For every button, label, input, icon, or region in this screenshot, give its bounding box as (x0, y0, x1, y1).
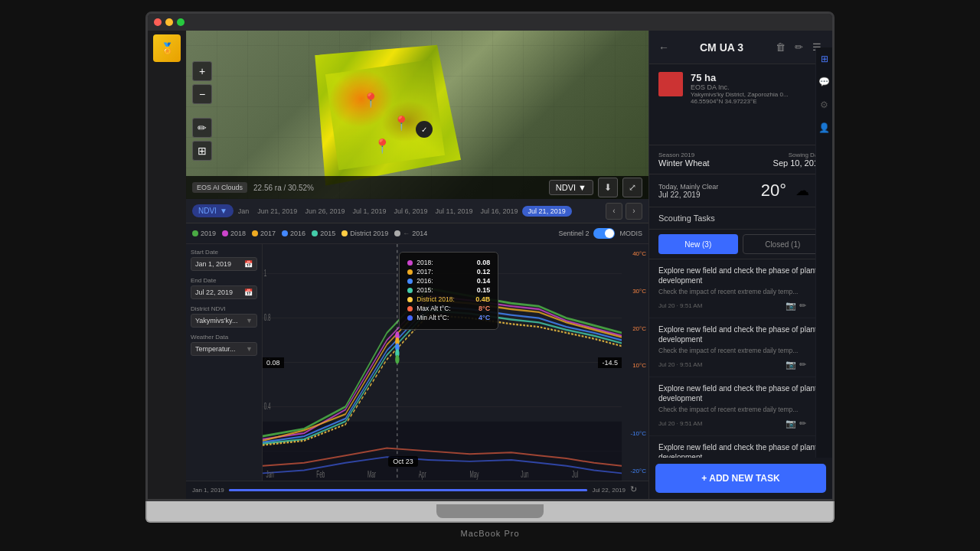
task-footer-2: Jul 20 · 9:51 AM 📷 ✏ ⋮ (658, 358, 823, 370)
tab-new[interactable]: New (3) (658, 234, 738, 254)
svg-text:Mar: Mar (368, 468, 376, 479)
refresh-btn[interactable]: ↻ (630, 484, 642, 497)
layers-btn[interactable]: ⊞ (192, 141, 212, 161)
timeline-date-1[interactable]: Jan (234, 207, 254, 215)
map-pin-check[interactable]: ✓ (416, 121, 433, 138)
field-info-row: 75 ha EOS DA Inc. Yakymivs'ky District, … (649, 64, 832, 145)
slider-track[interactable] (229, 489, 588, 491)
field-org: EOS DA Inc. (691, 83, 806, 91)
timeline-dates: Jan Jun 21, 2019 Jun 26, 2019 Jul 1, 201… (234, 206, 599, 217)
tooltip-row-district: District 2018: 0.4B (407, 295, 490, 303)
svg-text:Jul: Jul (572, 468, 578, 479)
weather-data-input[interactable]: Temperatur... ▼ (191, 342, 257, 356)
task-edit-icon-3[interactable]: ✏ (799, 419, 806, 429)
laptop-container: 🏅 📍 📍 📍 (0, 0, 980, 551)
close-window-btn[interactable] (154, 18, 162, 26)
weather-info: Today, Mainly Clear Jul 22, 2019 (658, 183, 755, 199)
strip-layers-icon[interactable]: ⊞ (821, 54, 828, 64)
timeline-date-2[interactable]: Jun 21, 2019 (253, 207, 301, 215)
map-pin-1[interactable]: 📍 (362, 92, 379, 109)
timeline-date-3[interactable]: Jun 26, 2019 (301, 207, 348, 215)
legend-dot-2014 (394, 230, 400, 236)
task-item-4: Explore new field and check the phase of… (649, 436, 832, 458)
app-logo: 🏅 (153, 34, 181, 62)
map-view: 📍 📍 📍 ✓ + − ✏ ⊞ (186, 31, 648, 199)
start-date-input[interactable]: Jan 1, 2019 📅 (191, 257, 257, 271)
timeline-nav: ‹ › (599, 203, 648, 220)
zoom-out-btn[interactable]: − (192, 84, 212, 104)
start-date-group: Start Date Jan 1, 2019 📅 (191, 249, 257, 271)
download-btn[interactable]: ⬇ (598, 178, 618, 197)
weather-data-label: Weather Data (191, 334, 257, 341)
task-desc-2: Check the impact of recent extreme daily… (658, 347, 823, 355)
maximize-window-btn[interactable] (177, 18, 185, 26)
strip-chat-icon[interactable]: 💬 (818, 77, 830, 87)
ndvi-pill[interactable]: NDVI ▼ (192, 204, 234, 217)
district-label: District NDVI (191, 305, 257, 312)
timeline-date-4[interactable]: Jul 1, 2019 (348, 207, 390, 215)
draw-tool-btn[interactable]: ✏ (192, 118, 212, 138)
map-controls: + − ✏ ⊞ (192, 61, 212, 161)
task-item-3: Explore new field and check the phase of… (649, 377, 832, 436)
delete-icon[interactable]: 🗑 (774, 40, 787, 54)
timeline-prev-btn[interactable]: ‹ (606, 203, 622, 220)
task-edit-icon-1[interactable]: ✏ (799, 301, 806, 311)
strip-user-icon[interactable]: 👤 (818, 122, 830, 133)
task-photo-icon-3[interactable]: 📷 (786, 419, 796, 429)
legend-district: District 2019 (341, 230, 388, 237)
expand-btn[interactable]: ⤢ (622, 178, 642, 197)
back-btn[interactable]: ← (658, 41, 669, 54)
zoom-in-btn[interactable]: + (192, 61, 212, 81)
task-actions-2: 📷 ✏ (786, 360, 806, 370)
chart-right-labels: 40°C 30°C 20°C 10°C -10°C -20°C (622, 244, 648, 481)
chart-legend-bar: 2019 2018 2017 (186, 223, 648, 244)
timeline-date-8[interactable]: Jul 21, 2019 (522, 206, 572, 217)
map-pin-3[interactable]: 📍 (374, 138, 390, 155)
end-date-input[interactable]: Jul 22, 2019 📅 (191, 285, 257, 299)
task-title-2: Explore new field and check the phase of… (658, 324, 823, 344)
svg-point-15 (395, 355, 399, 364)
district-input[interactable]: Yakymivs'ky... ▼ (191, 314, 257, 328)
season-block: Season 2019 Winter Wheat (658, 152, 710, 168)
scouting-header: Scouting Tasks (649, 207, 832, 230)
tasks-list: Explore new field and check the phase of… (649, 259, 832, 458)
tooltip-row-2018: 2018: 0.08 (407, 259, 490, 266)
timeline-date-6[interactable]: Jul 11, 2019 (432, 207, 477, 215)
tab-closed[interactable]: Closed (1) (743, 234, 824, 254)
svg-text:1: 1 (264, 267, 267, 279)
task-title-4: Explore new field and check the phase of… (658, 442, 823, 458)
legend-2018: 2018 (222, 230, 246, 237)
sentinel-toggle-group: Sentinel 2 MODIS (558, 228, 642, 239)
legend-2015: 2015 (312, 230, 335, 237)
field-coordinates: 46.55904°N 34.97223°E (691, 98, 806, 105)
eos-clouds-tag: EOS AI Clouds (192, 182, 247, 193)
timeline-date-5[interactable]: Jul 6, 2019 (390, 207, 431, 215)
add-task-btn[interactable]: + ADD NEW TASK (655, 464, 826, 493)
legend-2016: 2016 (282, 230, 305, 237)
legend-2017: 2017 (252, 230, 276, 237)
field-thumbnail (658, 72, 683, 96)
map-pin-2[interactable]: 📍 (393, 115, 410, 132)
main-area: 📍 📍 📍 ✓ + − ✏ ⊞ (186, 31, 648, 499)
start-date-label: Start Date (191, 249, 257, 256)
weather-icon: ☁ (795, 182, 809, 199)
legend-2019: 2019 (192, 230, 216, 237)
timeline-next-btn[interactable]: › (626, 203, 642, 220)
sentinel-label: Sentinel 2 (558, 230, 589, 237)
strip-settings-icon[interactable]: ⚙ (820, 99, 828, 110)
ndvi-badge[interactable]: NDVI ▼ (549, 180, 593, 195)
chart-tooltip: 2018: 0.08 2017: 0.12 (399, 252, 498, 330)
task-edit-icon-2[interactable]: ✏ (799, 360, 806, 370)
season-bar: Season 2019 Winter Wheat Sowing Date Sep… (649, 145, 832, 174)
minimize-window-btn[interactable] (165, 18, 173, 26)
tooltip-row-2016: 2016: 0.14 (407, 277, 490, 285)
start-date-value: Jan 1, 2019 (195, 260, 231, 268)
timeline-date-7[interactable]: Jul 16, 2019 (477, 207, 522, 215)
edit-icon[interactable]: ✏ (793, 40, 805, 54)
field-info: 75 ha EOS DA Inc. Yakymivs'ky District, … (649, 64, 815, 145)
chart-val-right: -14.5 (598, 357, 622, 368)
task-photo-icon-2[interactable]: 📷 (786, 360, 796, 370)
legend-dot-2019 (192, 230, 198, 236)
sentinel-toggle-switch[interactable] (593, 228, 615, 239)
task-photo-icon-1[interactable]: 📷 (786, 301, 796, 311)
